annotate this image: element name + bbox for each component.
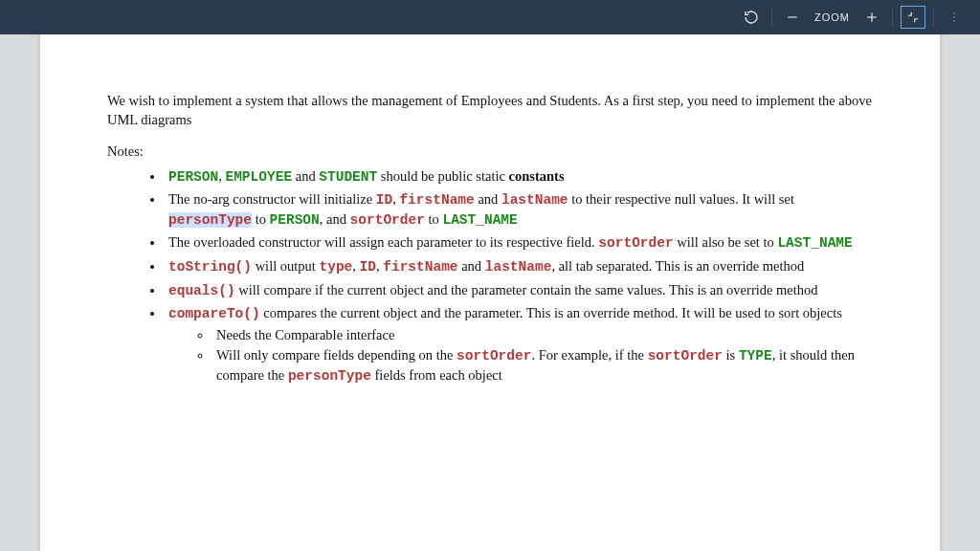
code-token: ID	[376, 192, 392, 208]
fit-screen-button[interactable]	[895, 0, 931, 34]
code-token-highlighted: personType	[168, 212, 252, 228]
code-token: lastName	[485, 259, 552, 275]
code-token: PERSON	[270, 212, 320, 228]
code-token: PERSON	[168, 169, 218, 185]
code-token: personType	[288, 368, 371, 384]
code-token: toString()	[168, 259, 252, 275]
code-token: firstName	[383, 259, 457, 275]
code-token: type	[320, 259, 353, 275]
zoom-out-button[interactable]	[774, 0, 811, 34]
toolbar-separator	[933, 7, 934, 28]
code-token: sortOrder	[598, 235, 673, 251]
code-token: STUDENT	[319, 169, 377, 185]
collapse-icon	[906, 11, 920, 24]
code-token: TYPE	[739, 348, 772, 364]
code-token: firstName	[399, 192, 474, 208]
notes-list: PERSON, EMPLOYEE and STUDENT should be p…	[165, 167, 873, 386]
list-item: The no-arg constructor will initialize I…	[165, 190, 873, 230]
code-token: compareTo()	[168, 306, 260, 321]
rotate-button[interactable]	[733, 0, 769, 34]
code-token: sortOrder	[457, 348, 531, 364]
zoom-label: ZOOM	[811, 11, 854, 23]
code-token: lastName	[501, 192, 568, 208]
list-item: The overloaded constructor will assign e…	[165, 233, 873, 253]
toolbar: ZOOM	[0, 0, 980, 34]
rotate-icon	[744, 10, 759, 25]
svg-point-4	[953, 16, 955, 18]
minus-icon	[786, 11, 799, 24]
code-token: equals()	[168, 283, 235, 298]
list-item: equals() will compare if the current obj…	[165, 281, 873, 301]
list-item: PERSON, EMPLOYEE and STUDENT should be p…	[165, 167, 873, 187]
bold-text: constants	[509, 168, 565, 184]
code-token: sortOrder	[350, 212, 425, 228]
code-token: LAST_NAME	[442, 212, 517, 228]
notes-label: Notes:	[107, 143, 873, 162]
svg-point-3	[953, 12, 955, 14]
list-item: Needs the Comparable interface	[212, 326, 873, 345]
toolbar-separator	[892, 7, 893, 28]
plus-icon	[865, 11, 879, 24]
dots-vertical-icon	[947, 11, 961, 24]
sub-list: Needs the Comparable interface Will only…	[212, 326, 873, 386]
document-viewport[interactable]: We wish to implement a system that allow…	[0, 34, 980, 551]
toolbar-separator	[771, 7, 772, 28]
code-token: EMPLOYEE	[225, 169, 292, 185]
code-token: ID	[360, 259, 376, 275]
list-item: compareTo() compares the current object …	[165, 304, 873, 386]
code-token: sortOrder	[648, 348, 723, 364]
code-token: LAST_NAME	[777, 235, 852, 251]
list-item: toString() will output type, ID, firstNa…	[165, 257, 873, 277]
document-page: We wish to implement a system that allow…	[40, 34, 940, 551]
intro-paragraph: We wish to implement a system that allow…	[107, 92, 873, 129]
svg-point-5	[953, 20, 955, 22]
list-item: Will only compare fields depending on th…	[212, 346, 873, 386]
more-button[interactable]	[936, 0, 972, 34]
zoom-in-button[interactable]	[854, 0, 890, 34]
